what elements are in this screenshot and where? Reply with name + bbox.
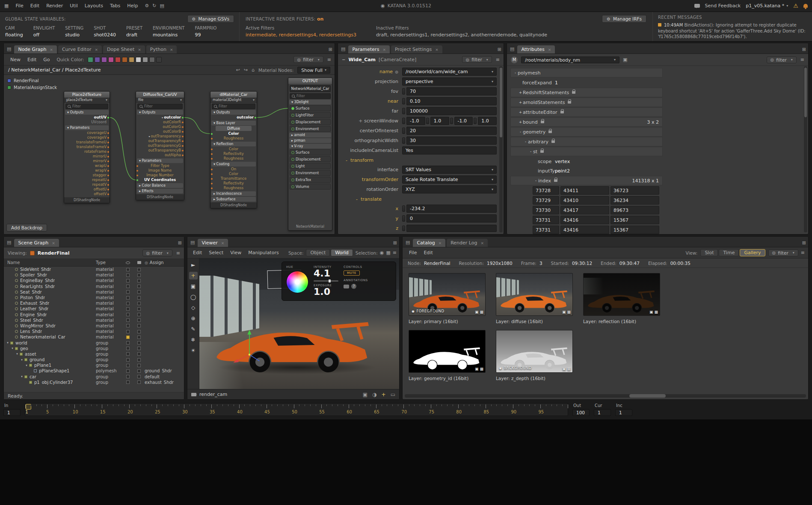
- scenegraph-row-steel-shdr[interactable]: Steel_Shdrmaterial: [4, 318, 184, 323]
- scrollbar[interactable]: [499, 66, 503, 232]
- visibility-checkbox[interactable]: [126, 347, 130, 350]
- node-diffusetex-caruv[interactable]: DiffuseTex_CarUVfile▾Filter▾ Outputs▾ ou…: [136, 91, 184, 200]
- slider-grip-icon[interactable]: [402, 215, 405, 222]
- scenegraph-row-enginebay-shdr[interactable]: EngineBay_Shdrmaterial: [4, 278, 184, 283]
- menu-help[interactable]: Help: [124, 2, 141, 9]
- catalog-item[interactable]: ◉ BACKGROUND▣▦Layer: z_depth (16bit): [496, 330, 573, 381]
- thumb-lock-icon[interactable]: ▦: [567, 367, 571, 371]
- port-row-outcolor[interactable]: ▾ outcolor: [136, 115, 184, 120]
- port-row-filter-type[interactable]: Filter Type: [136, 163, 184, 168]
- thumb-lock-icon[interactable]: ▦: [567, 310, 571, 314]
- close-tab-icon[interactable]: ×: [170, 48, 173, 52]
- menu-tabs[interactable]: Tabs: [107, 2, 124, 9]
- quick-color-swatch[interactable]: [101, 57, 107, 62]
- output-group-v-ray[interactable]: ▾ V-ray: [289, 144, 331, 149]
- port-row-reflectivity[interactable]: Reflectivity: [210, 152, 257, 156]
- port-row-outcolorr[interactable]: outColorR: [136, 120, 184, 125]
- port-row-translateframev[interactable]: translateFrameV: [64, 145, 110, 149]
- port-row-mirrorv[interactable]: mirrorV: [64, 159, 110, 163]
- close-tab-icon[interactable]: ×: [435, 48, 439, 52]
- port-row-coverageu[interactable]: coverageU: [64, 131, 110, 135]
- thumb-lock-icon[interactable]: ▦: [480, 310, 483, 314]
- menu-manipulators[interactable]: Manipulators: [245, 250, 282, 256]
- port-row-wrapv[interactable]: wrapV: [64, 168, 110, 173]
- node-section-color-balance[interactable]: ▸ Color Balance: [137, 183, 183, 188]
- rotate-tool-icon[interactable]: ◯: [189, 293, 198, 301]
- port-row-outuv[interactable]: outUV: [64, 115, 110, 120]
- scenegraph-row-pplane1[interactable]: ▾pPlane1group: [4, 362, 184, 368]
- render-checkbox[interactable]: [137, 313, 141, 316]
- output-group-arnold[interactable]: ▸ arnold: [289, 133, 331, 137]
- back-icon[interactable]: ↩: [236, 67, 240, 73]
- thumb-slot-icon[interactable]: ▣: [649, 310, 653, 314]
- package-icon[interactable]: ▤: [160, 3, 164, 9]
- port-row-outcolorg[interactable]: outColorG: [136, 125, 184, 129]
- menu-render[interactable]: Render: [43, 2, 66, 9]
- node-filter-input[interactable]: Filter: [65, 104, 108, 109]
- port-row-image-name[interactable]: Image Name: [136, 168, 184, 173]
- port-row-translateframeu[interactable]: translateFrameU: [64, 140, 110, 145]
- attribute-row-arbitrary[interactable]: -arbitrary: [510, 137, 663, 146]
- param-input-y[interactable]: 0: [406, 214, 497, 223]
- attribute-row-st[interactable]: -st: [510, 147, 663, 156]
- catalog-item[interactable]: ▣▦Layer: reflection (16bit): [583, 273, 660, 324]
- node-section-reflection[interactable]: ▾ Reflection: [211, 142, 256, 146]
- catalog-item[interactable]: ▣▦Layer: diffuse (16bit): [496, 273, 573, 324]
- close-tab-icon[interactable]: ×: [548, 48, 551, 52]
- tab-catalog[interactable]: Catalog×: [413, 239, 445, 247]
- render-thumbnail-diffuse[interactable]: ▣▦: [496, 273, 573, 316]
- split-icon[interactable]: ⊞: [393, 240, 397, 246]
- render-checkbox[interactable]: [137, 352, 141, 356]
- gsv-cam[interactable]: CAMfloating: [5, 26, 23, 38]
- node-section-incandescence[interactable]: ▸ Incandescence: [211, 191, 256, 196]
- scenegraph-row-piston-shdr[interactable]: Piston_Shdrmaterial: [4, 295, 184, 300]
- port-row-offsetu[interactable]: offsetU: [64, 187, 110, 192]
- tab-scene-graph[interactable]: Scene Graph×: [14, 239, 59, 247]
- port-row-roughness[interactable]: Roughness: [210, 136, 257, 141]
- param-input-screenwindow[interactable]: -1.0: [406, 117, 425, 125]
- tab-render-log[interactable]: Render Log×: [447, 239, 488, 247]
- scenegraph-row-wingmirror-shdr[interactable]: WingMirror_Shdrmaterial: [4, 323, 184, 329]
- split-icon[interactable]: ⊞: [802, 240, 806, 246]
- scenegraph-row-ground[interactable]: ▾groundgroup: [4, 357, 184, 362]
- scenegraph-row-geo[interactable]: ▾geogroup: [4, 346, 184, 351]
- menu-edit[interactable]: Edit: [190, 250, 205, 256]
- tab-python[interactable]: Python×: [146, 45, 177, 53]
- scenegraph-row-sidevent-shdr[interactable]: SideVent_Shdrmaterial: [4, 267, 184, 272]
- param-input-orthographicwidth[interactable]: 30: [406, 137, 497, 145]
- close-tab-icon[interactable]: ×: [221, 241, 225, 245]
- panel-icon[interactable]: ▤: [190, 240, 195, 245]
- visibility-checkbox[interactable]: [126, 364, 130, 367]
- quick-color-swatch[interactable]: [149, 57, 155, 62]
- menu-util[interactable]: Util: [66, 2, 81, 9]
- color-sample-icon[interactable]: ◑: [372, 392, 376, 398]
- visibility-checkbox[interactable]: [126, 290, 130, 294]
- port-row-outtransparencyg[interactable]: outTransparencyG: [136, 143, 184, 148]
- close-tab-icon[interactable]: ×: [52, 241, 55, 245]
- param-input-includeincameralist[interactable]: Yes: [402, 146, 497, 154]
- quick-color-swatch[interactable]: [122, 57, 127, 62]
- pivot-tool-icon[interactable]: ⊕: [189, 315, 198, 322]
- param-input-screenwindow[interactable]: 1.0: [478, 117, 497, 125]
- home-icon[interactable]: ⌂: [252, 67, 255, 73]
- node-type-select[interactable]: material3Delight▾: [210, 98, 257, 103]
- node-section-outputs[interactable]: ▾ Outputs: [137, 110, 183, 115]
- render-checkbox[interactable]: [137, 285, 141, 288]
- port-row-stagger[interactable]: stagger: [64, 173, 110, 178]
- collapse-icon[interactable]: −: [342, 57, 345, 62]
- gsv-preset[interactable]: PRESETdraft: [126, 26, 142, 38]
- scenegraph-row-exhaust-shdr[interactable]: Exhaust_Shdrmaterial: [4, 300, 184, 306]
- visibility-checkbox[interactable]: [126, 268, 130, 271]
- attribute-row-bound[interactable]: +bound3 x 2: [510, 117, 663, 127]
- render-checkbox[interactable]: [137, 330, 141, 333]
- render-checkbox[interactable]: [137, 347, 141, 350]
- expander-icon[interactable]: ▾: [20, 375, 24, 378]
- render-checkbox[interactable]: [137, 364, 141, 367]
- node-filter-input[interactable]: Filter: [290, 93, 331, 99]
- output-group-3delight[interactable]: ▾ 3Delight: [289, 100, 331, 104]
- panel-icon[interactable]: ▤: [510, 46, 514, 52]
- tab-attributes[interactable]: Attributes×: [517, 45, 555, 53]
- param-select-transformorder[interactable]: Scale Rotate Translate▾: [402, 175, 497, 184]
- scale-tool-icon[interactable]: ◇: [189, 304, 198, 312]
- visibility-checkbox[interactable]: [126, 341, 130, 345]
